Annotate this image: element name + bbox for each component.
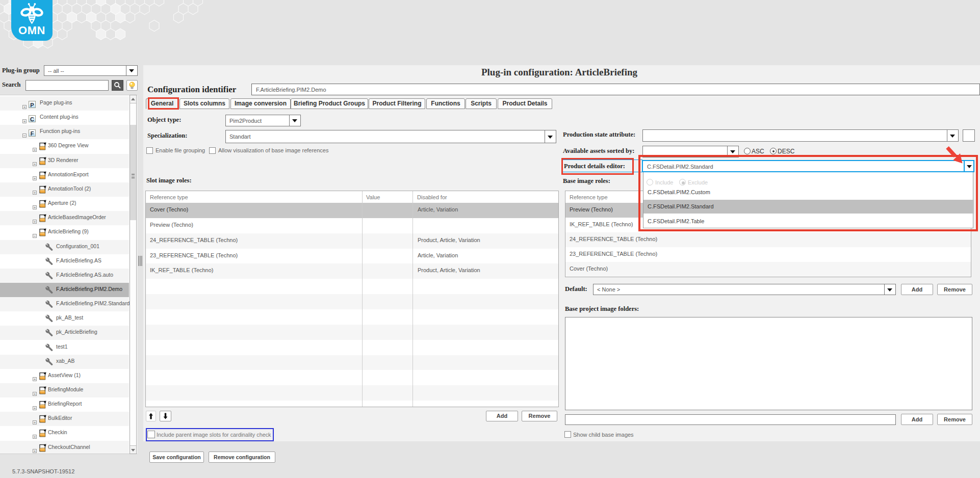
svg-text:OMN: OMN bbox=[18, 24, 45, 37]
